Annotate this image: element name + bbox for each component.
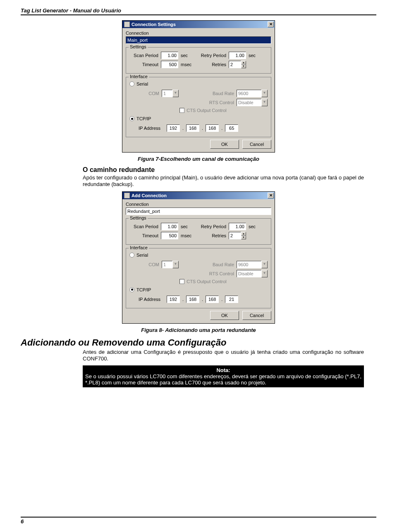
add-connection-dialog: Add Connection ✕ Connection Redundant_po… (122, 191, 275, 324)
close-icon[interactable]: ✕ (268, 193, 274, 198)
chevron-down-icon[interactable]: ▼ (241, 64, 246, 68)
rts-select: Disable▼ (237, 99, 268, 106)
redundant-path-paragraph: Após ter configurado o caminho principal… (83, 174, 364, 188)
chevron-up-icon[interactable]: ▲ (241, 61, 246, 64)
chevron-down-icon: ▼ (172, 261, 179, 268)
dialog-title: Connection Settings (132, 22, 176, 27)
retry-period-label: Retry Period (197, 224, 226, 229)
settings-group: Settings Scan Period 1.00 sec Retry Peri… (126, 47, 271, 74)
ip-octet-1[interactable]: 192 (167, 296, 180, 303)
connection-input[interactable]: Redundant_port (126, 208, 271, 215)
chevron-down-icon[interactable]: ▼ (241, 236, 246, 239)
add-remove-config-paragraph: Antes de adicionar uma Configuração é pr… (83, 349, 364, 363)
close-icon[interactable]: ✕ (268, 21, 274, 27)
rts-label: RTS Control (205, 271, 234, 276)
retry-period-unit: sec (249, 53, 263, 58)
page-number: 6 (21, 517, 376, 525)
dialog-titlebar: Add Connection ✕ (122, 192, 275, 199)
serial-radio[interactable]: Serial (129, 253, 148, 258)
dialog-title: Add Connection (132, 193, 167, 198)
app-icon (124, 21, 130, 27)
interface-group: Interface Serial COM 1▼ Baud Rate 9600▼ … (126, 248, 271, 308)
ip-octet-4[interactable]: 21 (225, 296, 238, 303)
timeout-input[interactable]: 500 (161, 61, 178, 68)
cts-checkbox: CTS Output Control (179, 279, 227, 284)
baud-label: Baud Rate (205, 262, 234, 267)
cancel-button[interactable]: Cancel (242, 311, 271, 320)
add-remove-config-heading: Adicionando ou Removendo uma Configuraçã… (21, 337, 376, 348)
redundant-path-heading: O caminho redundante (83, 166, 364, 174)
dialog-titlebar: Connection Settings ✕ (122, 21, 275, 28)
timeout-input[interactable]: 500 (161, 232, 178, 239)
interface-legend: Interface (129, 74, 149, 79)
note-body: Se o usuário possui vários LC700 com dif… (85, 373, 361, 386)
retries-label: Retries (197, 62, 226, 67)
retry-period-unit: sec (249, 224, 263, 229)
retry-period-input[interactable]: 1.00 (229, 223, 246, 230)
com-label: COM (139, 262, 159, 267)
retry-period-label: Retry Period (197, 53, 226, 58)
ip-octet-2[interactable]: 168 (186, 296, 199, 303)
interface-legend: Interface (129, 245, 149, 250)
ip-octet-1[interactable]: 192 (167, 124, 180, 132)
connection-settings-dialog: Connection Settings ✕ Connection Main_po… (122, 20, 275, 153)
retries-spinner[interactable]: 2 ▲▼ (229, 232, 246, 239)
scan-period-label: Scan Period (129, 53, 158, 58)
com-select: 1▼ (162, 90, 179, 97)
scan-period-label: Scan Period (129, 224, 158, 229)
chevron-down-icon: ▼ (261, 270, 268, 277)
connection-input[interactable]: Main_port (126, 36, 271, 44)
rts-label: RTS Control (205, 100, 234, 105)
ok-button[interactable]: OK (210, 140, 239, 149)
retries-spinner[interactable]: 2 ▲▼ (229, 61, 246, 68)
connection-label: Connection (126, 202, 271, 207)
scan-period-unit: sec (181, 53, 195, 58)
baud-select: 9600▼ (237, 261, 268, 268)
figure-caption-7: Figura 7-Escolhendo um canal de comunica… (21, 156, 376, 162)
page-header: Tag List Generator - Manual do Usuário (21, 7, 376, 15)
ip-label: IP Address (139, 297, 164, 302)
baud-label: Baud Rate (205, 91, 234, 96)
scan-period-unit: sec (181, 224, 195, 229)
note-title: Nota: (85, 367, 361, 373)
settings-legend: Settings (129, 44, 148, 49)
ip-octet-3[interactable]: 168 (206, 296, 219, 303)
timeout-unit: msec (181, 62, 195, 67)
timeout-label: Timeout (129, 62, 158, 67)
ip-octet-2[interactable]: 168 (186, 124, 199, 132)
baud-select: 9600▼ (237, 90, 268, 97)
scan-period-input[interactable]: 1.00 (161, 223, 178, 230)
ok-button[interactable]: OK (210, 311, 239, 320)
chevron-down-icon: ▼ (172, 90, 179, 97)
connection-label: Connection (126, 31, 271, 36)
settings-legend: Settings (129, 215, 148, 220)
chevron-up-icon[interactable]: ▲ (241, 232, 246, 236)
serial-radio[interactable]: Serial (129, 81, 148, 86)
chevron-down-icon: ▼ (261, 261, 268, 268)
ip-octet-3[interactable]: 168 (206, 124, 219, 132)
com-label: COM (139, 91, 159, 96)
note-box: Nota: Se o usuário possui vários LC700 c… (83, 365, 364, 387)
app-icon (124, 193, 130, 198)
timeout-label: Timeout (129, 233, 158, 238)
figure-caption-8: Figura 8- Adicionando uma porta redundan… (21, 327, 376, 333)
timeout-unit: msec (181, 233, 195, 238)
chevron-down-icon: ▼ (261, 90, 268, 97)
rts-select: Disable▼ (237, 270, 268, 277)
ip-label: IP Address (139, 126, 164, 131)
com-select: 1▼ (162, 261, 179, 268)
scan-period-input[interactable]: 1.00 (161, 52, 178, 59)
cts-checkbox: CTS Output Control (179, 108, 227, 113)
tcpip-radio[interactable]: TCP/IP (129, 116, 151, 121)
interface-group: Interface Serial COM 1▼ Baud Rate 9600▼ … (126, 77, 271, 137)
retries-label: Retries (197, 233, 226, 238)
tcpip-radio[interactable]: TCP/IP (129, 287, 151, 292)
chevron-down-icon: ▼ (261, 99, 268, 106)
cancel-button[interactable]: Cancel (242, 140, 271, 149)
ip-octet-4[interactable]: 65 (225, 124, 238, 132)
retry-period-input[interactable]: 1.00 (229, 52, 246, 59)
settings-group: Settings Scan Period 1.00 sec Retry Peri… (126, 218, 271, 245)
